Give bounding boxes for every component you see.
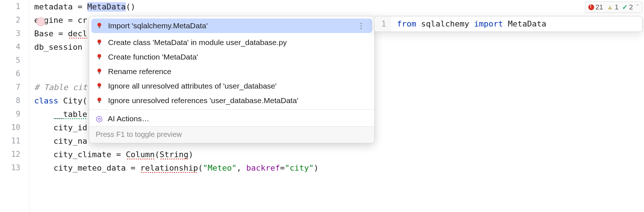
intention-item[interactable]: Ignore all unresolved attributes of 'use… (89, 79, 374, 93)
svg-point-15 (98, 98, 101, 101)
warning-count: 1 (615, 3, 619, 11)
code-token: cr (77, 16, 87, 25)
code-token: city_na (34, 136, 87, 146)
code-token: # Table cit (34, 83, 87, 92)
inspection-warnings[interactable]: ▲ 1 (607, 3, 619, 11)
code-line[interactable]: 12 city_climate = Column(String) (0, 148, 644, 161)
intention-item[interactable]: Ignore unresolved references 'user_datab… (89, 93, 374, 108)
svg-point-3 (98, 40, 101, 43)
chevron-up-icon[interactable]: ˆ (637, 4, 639, 11)
error-highlight-bulb[interactable] (36, 17, 45, 26)
code-content[interactable]: db_session (29, 40, 82, 54)
code-token: ) (314, 163, 318, 172)
code-line[interactable]: 1metadata = MetaData() (0, 0, 644, 13)
inspection-errors[interactable]: 21 (588, 3, 603, 11)
code-token: Column (126, 150, 155, 159)
code-content[interactable]: # Table cit (29, 81, 87, 94)
code-token: MetaData (508, 19, 546, 28)
error-count: 21 (596, 3, 603, 11)
code-token: ( (82, 96, 87, 105)
ai-icon: ◎ (96, 114, 103, 123)
intention-item[interactable]: Import 'sqlalchemy.MetaData'⋮ (91, 19, 372, 33)
svg-rect-2 (99, 28, 100, 28)
svg-rect-10 (98, 72, 100, 73)
code-content[interactable]: metadata = MetaData() (29, 0, 135, 13)
lightbulb-error-icon (96, 22, 103, 29)
line-number: 10 (0, 121, 29, 134)
intention-popup: Import 'sqlalchemy.MetaData'⋮ Create cla… (89, 16, 375, 143)
code-token: ( (155, 150, 159, 159)
code-content[interactable]: city_id (29, 121, 87, 134)
intention-label: Ignore all unresolved attributes of 'use… (108, 82, 277, 90)
code-content[interactable]: city_meteo_data = relationship("Meteo", … (29, 161, 319, 175)
preview-line-number: 1 (374, 16, 391, 32)
svg-rect-1 (98, 26, 100, 27)
lightbulb-error-icon (96, 53, 103, 61)
code-token: city_meteo_data = (34, 163, 140, 172)
code-content[interactable]: Base = decl (29, 27, 87, 40)
code-token: __table (53, 110, 87, 119)
code-token: String (159, 150, 188, 159)
line-number: 9 (0, 107, 29, 121)
code-token: ) (188, 150, 193, 159)
code-token: city_climate = (34, 150, 126, 159)
code-token: metadata (34, 2, 73, 11)
code-token: () (126, 2, 136, 11)
code-token: decl (68, 29, 87, 38)
code-line[interactable]: 13 city_meteo_data = relationship("Meteo… (0, 161, 644, 175)
code-token: ( (198, 163, 203, 172)
lightbulb-error-icon (96, 68, 103, 75)
line-number: 12 (0, 148, 29, 161)
code-token: = (280, 163, 285, 172)
svg-point-9 (98, 69, 101, 72)
lightbulb-error-icon (96, 82, 103, 90)
code-token: relationship (140, 163, 198, 173)
line-number: 8 (0, 94, 29, 107)
code-token: city_id (34, 123, 87, 132)
check-icon: ✓ (622, 3, 628, 11)
intention-item[interactable]: Create function 'MetaData' (89, 50, 374, 64)
line-number: 3 (0, 27, 29, 40)
lightbulb-error-icon (96, 82, 103, 90)
code-content[interactable]: city_na (29, 134, 87, 148)
inspections-widget[interactable]: 21 ▲ 1 ✓ 2 ˆ (585, 1, 643, 13)
lightbulb-error-icon (96, 22, 103, 29)
inspection-ok[interactable]: ✓ 2 (622, 3, 633, 11)
intention-item[interactable]: ◎AI Actions… (89, 111, 374, 126)
line-number: 11 (0, 134, 29, 148)
more-actions-icon[interactable]: ⋮ (357, 21, 368, 30)
quickfix-preview: 1 from sqlalchemy import MetaData (374, 16, 643, 32)
code-token: , (236, 163, 246, 172)
intention-item[interactable]: Create class 'MetaData' in module user_d… (89, 35, 374, 50)
svg-rect-17 (99, 102, 100, 103)
code-content[interactable]: __table (29, 107, 87, 121)
line-number: 1 (0, 0, 29, 13)
svg-rect-7 (98, 58, 100, 58)
intention-item[interactable]: Rename reference (89, 64, 374, 79)
code-token: City (63, 96, 82, 105)
svg-rect-5 (99, 44, 100, 45)
svg-point-12 (98, 83, 101, 87)
intention-label: Import 'sqlalchemy.MetaData' (108, 21, 208, 30)
code-content[interactable]: class City( (29, 94, 87, 107)
code-token: from (397, 19, 421, 28)
code-token: gine = (44, 16, 78, 25)
intention-label: Create function 'MetaData' (108, 53, 198, 61)
ok-count: 2 (629, 3, 633, 11)
error-icon (588, 4, 594, 10)
code-token: sqlalchemy (421, 19, 474, 28)
line-number: 2 (0, 13, 29, 27)
lightbulb-error-icon (96, 97, 103, 104)
line-number: 7 (0, 81, 29, 94)
code-token: "Meteo" (203, 163, 237, 172)
lightbulb-error-icon (96, 53, 103, 61)
svg-rect-16 (98, 101, 100, 102)
svg-point-0 (98, 23, 101, 26)
line-number: 5 (0, 54, 29, 67)
lightbulb-error-icon (96, 39, 103, 46)
line-number: 13 (0, 161, 29, 175)
code-content[interactable]: city_climate = Column(String) (29, 148, 193, 161)
code-token: backref (246, 163, 280, 172)
code-token: Base = (34, 29, 68, 38)
code-token: MetaData (87, 2, 126, 12)
